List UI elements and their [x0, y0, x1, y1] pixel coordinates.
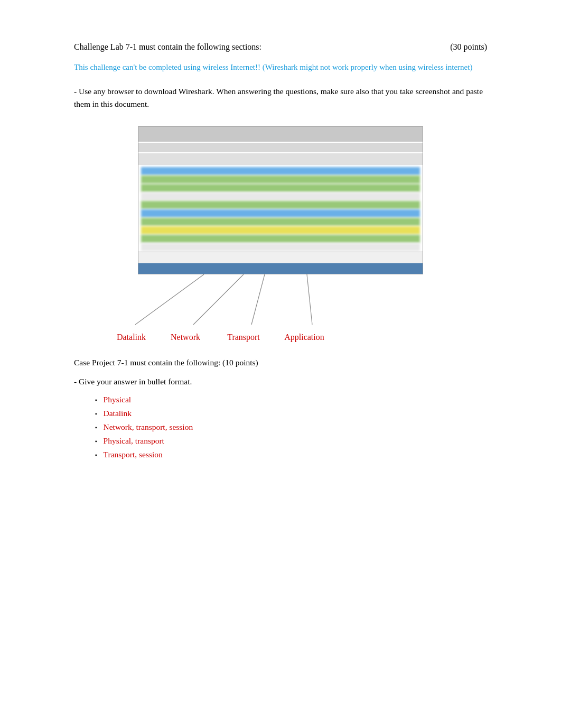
bullet-icon-4: ▪ — [95, 438, 97, 444]
bullet-instruction: - Give your answer in bullet format. — [74, 377, 487, 386]
wireshark-diagram: Datalink Network Transport Application — [106, 126, 455, 342]
list-item: ▪ Datalink — [95, 409, 487, 418]
page-content: Challenge Lab 7-1 must contain the follo… — [74, 42, 487, 459]
svg-line-0 — [135, 274, 204, 325]
label-datalink: Datalink — [117, 333, 146, 342]
screenshot-wrapper — [106, 126, 455, 274]
points-value: (30 points) — [450, 42, 487, 52]
svg-line-1 — [193, 274, 244, 325]
case-project-title: Case Project 7-1 must contain the follow… — [74, 358, 487, 367]
list-item: ▪ Transport, session — [95, 450, 487, 459]
connector-lines — [106, 274, 455, 333]
layer-labels-row: Datalink Network Transport Application — [106, 333, 455, 342]
bullet-text-3: Network, transport, session — [104, 422, 193, 432]
wireless-warning: This challenge can't be completed using … — [74, 61, 487, 73]
bullet-text-1: Physical — [104, 395, 132, 404]
list-item: ▪ Network, transport, session — [95, 422, 487, 432]
header-section: Challenge Lab 7-1 must contain the follo… — [74, 42, 487, 52]
wireshark-screenshot — [138, 126, 423, 274]
bullet-text-2: Datalink — [104, 409, 132, 418]
answer-bullet-list: ▪ Physical ▪ Datalink ▪ Network, transpo… — [74, 395, 487, 459]
bullet-icon-5: ▪ — [95, 452, 97, 458]
challenge-title: Challenge Lab 7-1 must contain the follo… — [74, 42, 261, 52]
bullet-icon-3: ▪ — [95, 425, 97, 430]
bullet-text-4: Physical, transport — [104, 436, 164, 446]
bullet-text-5: Transport, session — [104, 450, 163, 459]
download-instruction: - Use any browser to download Wireshark.… — [74, 85, 487, 110]
label-application: Application — [284, 333, 324, 342]
list-item: ▪ Physical, transport — [95, 436, 487, 446]
label-network: Network — [171, 333, 200, 342]
bullet-icon-2: ▪ — [95, 411, 97, 417]
bullet-icon-1: ▪ — [95, 397, 97, 403]
svg-line-2 — [251, 274, 265, 325]
list-item: ▪ Physical — [95, 395, 487, 404]
svg-line-3 — [307, 274, 312, 325]
label-transport: Transport — [227, 333, 260, 342]
